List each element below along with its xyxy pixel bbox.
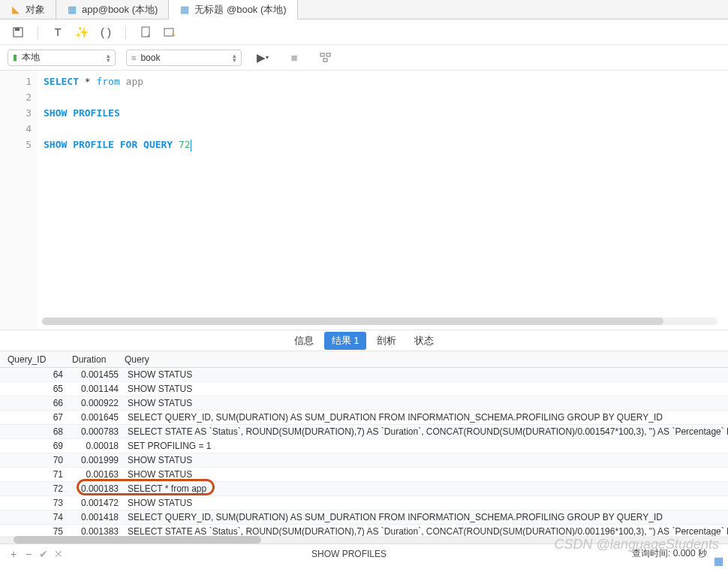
table-row[interactable]: 650.001144SHOW STATUS	[0, 382, 728, 396]
cell-dur: 0.000922	[72, 398, 125, 408]
cell-id: 69	[0, 441, 72, 451]
code-area[interactable]: SELECT * from app SHOW PROFILES SHOW PRO…	[38, 71, 728, 330]
query-icon: ▦	[179, 5, 190, 15]
svg-rect-4	[320, 53, 324, 56]
cell-query: SELECT STATE AS `Status`, ROUND(SUM(DURA…	[125, 426, 728, 437]
table-row[interactable]: 660.000922SHOW STATUS	[0, 396, 728, 411]
cell-query: SHOW STATUS	[125, 498, 728, 508]
op: *	[79, 76, 96, 87]
tab-untitled-book[interactable]: ▦ 无标题 @book (本地)	[169, 0, 297, 20]
table-row[interactable]: 690.00018SET PROFILING = 1	[0, 439, 728, 453]
scrollbar-thumb[interactable]	[14, 536, 261, 543]
cell-query: SELECT STATE AS `Status`, ROUND(SUM(DURA…	[125, 526, 728, 536]
table-icon: ▦	[67, 5, 77, 15]
cancel-button[interactable]: ✕	[51, 548, 66, 560]
add-button[interactable]: +	[6, 548, 21, 560]
cell-dur: 0.001144	[72, 384, 125, 394]
tab-label: 无标题 @book (本地)	[194, 3, 286, 17]
col-query-id[interactable]: Query_ID	[0, 354, 72, 365]
table-row[interactable]: 640.001455SHOW STATUS	[0, 368, 728, 382]
cell-query: SELECT QUERY_ID, SUM(DURATION) AS SUM_DU…	[125, 412, 728, 423]
kw: SELECT	[44, 76, 79, 87]
svg-rect-1	[15, 28, 20, 31]
line-gutter: 1 2 3 4 5	[0, 71, 38, 330]
cell-query: SET PROFILING = 1	[125, 441, 728, 451]
cell-dur: 0.001455	[72, 369, 125, 380]
cell-id: 70	[0, 455, 72, 465]
save-icon[interactable]	[8, 23, 29, 41]
cell-dur: 0.001999	[72, 455, 125, 465]
tab-result[interactable]: 结果 1	[324, 332, 367, 350]
tab-objects[interactable]: ◣ 对象	[0, 0, 56, 19]
cell-id: 64	[0, 369, 72, 380]
cell-id: 66	[0, 398, 72, 408]
svg-rect-3	[164, 29, 173, 36]
ident: app	[120, 76, 143, 87]
cell-query: SHOW STATUS	[125, 469, 728, 480]
footer-query-label: SHOW PROFILES	[66, 549, 632, 559]
kw: SHOW PROFILE FOR QUERY	[44, 139, 179, 150]
grid-scrollbar[interactable]	[0, 536, 728, 543]
wand-icon[interactable]: ✨	[71, 23, 92, 41]
line-num: 2	[0, 89, 32, 105]
cell-id: 72	[0, 483, 72, 494]
remove-button[interactable]: −	[21, 548, 36, 560]
grid-header: Query_ID Duration Query	[0, 351, 728, 368]
connection-label: 本地	[22, 51, 102, 64]
table-row[interactable]: 740.001418SELECT QUERY_ID, SUM(DURATION)…	[0, 510, 728, 525]
tab-info[interactable]: 信息	[287, 332, 321, 350]
tab-app-book[interactable]: ▦ app@book (本地)	[56, 0, 169, 19]
line-num: 5	[0, 137, 32, 152]
tab-analyze[interactable]: 剖析	[369, 332, 404, 350]
line-num: 4	[0, 121, 32, 137]
tab-status[interactable]: 状态	[407, 332, 441, 350]
cell-query: SHOW STATUS	[125, 384, 728, 394]
cell-query: SHOW STATUS	[125, 398, 728, 408]
table-row[interactable]: 680.000783SELECT STATE AS `Status`, ROUN…	[0, 425, 728, 439]
line-num: 3	[0, 105, 32, 121]
document-tabs: ◣ 对象 ▦ app@book (本地) ▦ 无标题 @book (本地)	[0, 0, 728, 20]
table-row[interactable]: 700.001999SHOW STATUS	[0, 453, 728, 468]
cell-id: 75	[0, 526, 72, 536]
run-button[interactable]: ▶▾	[252, 49, 273, 67]
highlight-annotation	[77, 479, 215, 495]
tab-label: app@book (本地)	[82, 3, 158, 17]
editor-scrollbar[interactable]	[42, 318, 717, 325]
cell-id: 73	[0, 498, 72, 508]
table-row[interactable]: 750.001383SELECT STATE AS `Status`, ROUN…	[0, 525, 728, 536]
col-query[interactable]: Query	[125, 354, 728, 365]
svg-rect-6	[323, 59, 327, 62]
export-icon[interactable]	[159, 23, 180, 41]
cell-query: SHOW STATUS	[125, 369, 728, 380]
svg-rect-5	[326, 53, 330, 56]
document-icon[interactable]	[135, 23, 156, 41]
cell-dur: 0.001383	[72, 526, 125, 536]
cell-id: 71	[0, 469, 72, 480]
line-num: 1	[0, 74, 32, 89]
database-select[interactable]: ≡ book ▴▾	[126, 50, 242, 66]
plug-icon: ▮	[13, 53, 17, 62]
cell-dur: 0.001645	[72, 412, 125, 423]
triangle-icon: ◣	[11, 5, 21, 15]
col-duration[interactable]: Duration	[72, 354, 125, 365]
stop-button[interactable]: ■	[284, 49, 305, 67]
sql-editor[interactable]: 1 2 3 4 5 SELECT * from app SHOW PROFILE…	[0, 71, 728, 330]
connection-select[interactable]: ▮ 本地 ▴▾	[8, 50, 116, 66]
apply-button[interactable]: ✔	[36, 548, 51, 560]
cell-id: 68	[0, 426, 72, 437]
cell-id: 65	[0, 384, 72, 394]
text-tool-icon[interactable]: T	[47, 23, 68, 41]
table-row[interactable]: 670.001645SELECT QUERY_ID, SUM(DURATION)…	[0, 411, 728, 425]
result-tabs: 信息 结果 1 剖析 状态	[0, 330, 728, 351]
cell-query: SELECT * from app	[125, 483, 728, 494]
explain-icon[interactable]	[315, 49, 336, 67]
cell-dur: 0.00018	[72, 441, 125, 451]
updown-icon: ▴▾	[107, 53, 110, 62]
grid-body: 640.001455SHOW STATUS650.001144SHOW STAT…	[0, 368, 728, 536]
kw: from	[96, 76, 119, 87]
grid-icon[interactable]: ▦	[714, 555, 723, 567]
table-row[interactable]: 730.001472SHOW STATUS	[0, 496, 728, 510]
footer-time-label: 查询时间: 0.000 秒	[632, 547, 722, 560]
parens-icon[interactable]: ( )	[95, 23, 116, 41]
scrollbar-thumb[interactable]	[42, 318, 663, 325]
